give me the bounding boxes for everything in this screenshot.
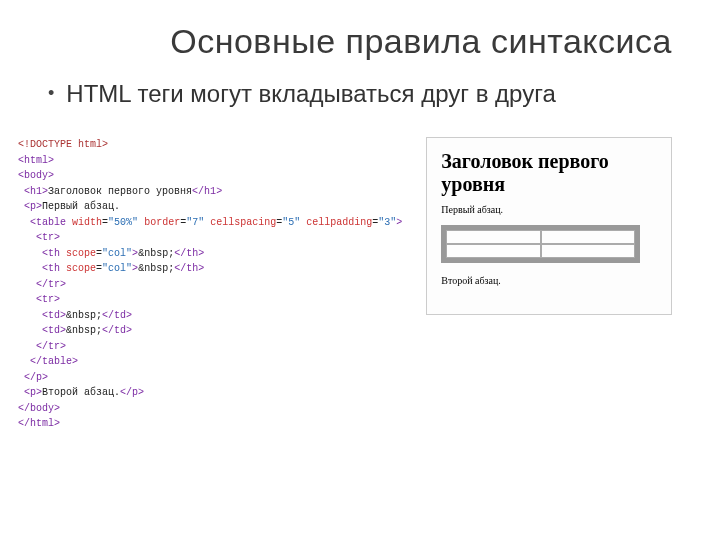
code-tag-table-close: table [42,356,72,367]
table-row [446,230,634,244]
code-tag-th2-close: th [186,263,198,274]
code-td2-nbsp: &nbsp; [66,325,102,336]
code-tag-th: th [48,248,60,259]
code-val-width: "50%" [108,217,138,228]
code-attr-scope2: scope [66,263,96,274]
code-tag-td2-close: td [114,325,126,336]
code-tag-tr: tr [42,232,54,243]
code-tag-body-close: body [30,403,54,414]
code-tag-table: table [36,217,66,228]
code-tag-body-open: body [24,170,48,181]
preview-paragraph-2: Второй абзац. [441,275,657,286]
code-tag-html-open: html [24,155,48,166]
code-tag-th2: th [48,263,60,274]
code-tag-td-close: td [114,310,126,321]
code-tag-tr-close: tr [48,279,60,290]
code-val-cellpadding: "3" [378,217,396,228]
code-block: <!DOCTYPE html> <html> <body> <h1>Заголо… [18,137,402,432]
bullet-text: HTML теги могут вкладываться друг в друг… [66,79,555,109]
table-cell [541,230,635,244]
bullet-item: • HTML теги могут вкладываться друг в др… [48,79,672,109]
code-val-cellspacing: "5" [282,217,300,228]
code-tag-tr2-close: tr [48,341,60,352]
slide-title: Основные правила синтаксиса [48,22,672,61]
code-val-scope2: "col" [102,263,132,274]
code-doctype: <!DOCTYPE html> [18,139,108,150]
code-th-nbsp: &nbsp; [138,248,174,259]
code-p2-text: Второй абзац. [42,387,120,398]
preview-heading: Заголовок первого уровня [441,150,657,196]
code-tag-h1-close: h1 [204,186,216,197]
code-tag-th-close: th [186,248,198,259]
table-row [446,244,634,258]
code-attr-cellpadding: cellpadding [306,217,372,228]
code-attr-scope: scope [66,248,96,259]
preview-paragraph-1: Первый абзац. [441,204,657,215]
table-cell [541,244,635,258]
rendered-preview: Заголовок первого уровня Первый абзац. В… [426,137,672,315]
code-tag-td: td [48,310,60,321]
code-tag-td2: td [48,325,60,336]
code-attr-width: width [72,217,102,228]
code-tag-html-close: html [30,418,54,429]
bullet-dot-icon: • [48,79,54,107]
table-cell [446,244,540,258]
code-p1-text: Первый абзац. [42,201,120,212]
code-tag-h1-open: h1 [30,186,42,197]
code-val-scope: "col" [102,248,132,259]
code-attr-border: border [144,217,180,228]
code-tag-tr2: tr [42,294,54,305]
code-td-nbsp: &nbsp; [66,310,102,321]
code-attr-cellspacing: cellspacing [210,217,276,228]
code-h1-text: Заголовок первого уровня [48,186,192,197]
table-cell [446,230,540,244]
code-th2-nbsp: &nbsp; [138,263,174,274]
preview-table [441,225,639,263]
code-val-border: "7" [186,217,204,228]
